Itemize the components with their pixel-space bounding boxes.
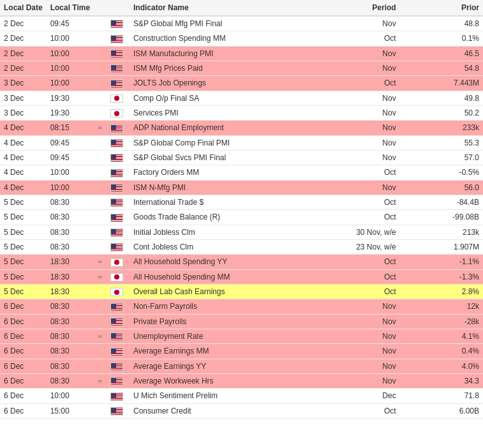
cell-date: 4 Dec <box>0 135 47 150</box>
header-prior: Prior <box>400 0 483 16</box>
table-row: 5 Dec18:30≈All Household Spending MMOct-… <box>0 269 483 284</box>
cell-flag <box>107 105 130 120</box>
cell-period: Oct <box>343 195 400 209</box>
cell-period: 23 Nov, w/e <box>343 239 400 254</box>
cell-time: 08:30 <box>47 373 94 388</box>
flag-jp-icon <box>110 273 123 281</box>
cell-indicator-name: Non-Farm Payrolls <box>130 299 343 314</box>
cell-approx <box>94 91 107 105</box>
table-row: 5 Dec18:30Overall Lab Cash EarningsOct2.… <box>0 284 483 299</box>
cell-date: 2 Dec <box>0 16 47 31</box>
cell-indicator-name: Private Payrolls <box>130 314 343 329</box>
header-period: Period <box>343 0 400 16</box>
table-header: Local Date Local Time Indicator Name Per… <box>0 0 483 16</box>
cell-period: Oct <box>343 31 400 46</box>
cell-indicator-name: Comp O/p Final SA <box>130 91 343 105</box>
cell-time: 15:00 <box>47 403 94 418</box>
cell-indicator-name: International Trade $ <box>130 195 343 209</box>
cell-time: 08:30 <box>47 329 94 343</box>
table-row: 6 Dec10:00U Mich Sentiment PrelimDec71.8 <box>0 389 483 403</box>
cell-date: 6 Dec <box>0 314 47 329</box>
cell-date: 3 Dec <box>0 91 47 105</box>
flag-jp-icon <box>110 288 123 296</box>
cell-approx <box>94 403 107 418</box>
cell-prior: 0.4% <box>400 344 483 359</box>
cell-indicator-name: Consumer Credit <box>130 403 343 418</box>
cell-time: 19:30 <box>47 91 94 105</box>
cell-date: 6 Dec <box>0 344 47 359</box>
cell-prior: 1.907M <box>400 239 483 254</box>
cell-prior: 12k <box>400 299 483 314</box>
cell-date: 2 Dec <box>0 46 47 61</box>
cell-indicator-name: Services PMI <box>130 105 343 120</box>
flag-us-icon <box>110 318 123 326</box>
cell-prior: -99.08B <box>400 210 483 225</box>
cell-flag <box>107 373 130 388</box>
cell-prior: -84.4B <box>400 195 483 209</box>
cell-prior: 213k <box>400 225 483 239</box>
flag-us-icon <box>110 64 123 73</box>
cell-prior: 4.0% <box>400 359 483 373</box>
cell-date: 6 Dec <box>0 373 47 388</box>
cell-time: 10:00 <box>47 31 94 46</box>
cell-flag <box>107 76 130 91</box>
table-row: 3 Dec19:30Comp O/p Final SANov49.8 <box>0 91 483 105</box>
cell-flag <box>107 61 130 75</box>
cell-indicator-name: Average Workweek Hrs <box>130 373 343 388</box>
cell-prior: -1.3% <box>400 269 483 284</box>
cell-indicator-name: Construction Spending MM <box>130 31 343 46</box>
cell-indicator-name: Average Earnings MM <box>130 344 343 359</box>
flag-jp-icon <box>110 258 123 267</box>
cell-approx <box>94 239 107 254</box>
flag-us-icon <box>110 348 123 356</box>
cell-indicator-name: Unemployment Rate <box>130 329 343 343</box>
table-row: 5 Dec08:30International Trade $Oct-84.4B <box>0 195 483 209</box>
table-row: 4 Dec09:45S&P Global Comp Final PMINov55… <box>0 135 483 150</box>
cell-approx <box>94 359 107 373</box>
table-row: 4 Dec10:00Factory Orders MMOct-0.5% <box>0 165 483 180</box>
cell-approx <box>94 61 107 75</box>
cell-date: 6 Dec <box>0 329 47 343</box>
cell-indicator-name: U Mich Sentiment Prelim <box>130 389 343 403</box>
flag-us-icon <box>110 407 123 415</box>
cell-approx <box>94 299 107 314</box>
cell-indicator-name: All Household Spending MM <box>130 269 343 284</box>
cell-time: 18:30 <box>47 269 94 284</box>
cell-date: 5 Dec <box>0 284 47 299</box>
cell-flag <box>107 31 130 46</box>
cell-approx: ≈ <box>94 329 107 343</box>
cell-period: Oct <box>343 284 400 299</box>
cell-period: Nov <box>343 180 400 195</box>
cell-period: Nov <box>343 105 400 120</box>
cell-period: 30 Nov, w/e <box>343 225 400 239</box>
cell-period: Oct <box>343 210 400 225</box>
flag-us-icon <box>110 243 123 251</box>
table-row: 5 Dec08:30Initial Jobless Clm30 Nov, w/e… <box>0 225 483 239</box>
cell-date: 5 Dec <box>0 239 47 254</box>
table-row: 2 Dec10:00ISM Manufacturing PMINov46.5 <box>0 46 483 61</box>
cell-flag <box>107 16 130 31</box>
cell-flag <box>107 329 130 343</box>
cell-prior: 49.8 <box>400 91 483 105</box>
cell-flag <box>107 389 130 403</box>
header-flag <box>107 0 130 16</box>
cell-prior: 4.1% <box>400 329 483 343</box>
cell-approx <box>94 210 107 225</box>
flag-us-icon <box>110 169 123 177</box>
cell-approx <box>94 135 107 150</box>
cell-time: 10:00 <box>47 389 94 403</box>
cell-period: Nov <box>343 373 400 388</box>
cell-date: 5 Dec <box>0 210 47 225</box>
cell-time: 08:30 <box>47 210 94 225</box>
table-row: 6 Dec08:30Average Earnings YYNov4.0% <box>0 359 483 373</box>
cell-prior: -28k <box>400 314 483 329</box>
cell-date: 4 Dec <box>0 150 47 165</box>
cell-prior: 6.00B <box>400 403 483 418</box>
cell-approx <box>94 344 107 359</box>
cell-date: 4 Dec <box>0 165 47 180</box>
cell-indicator-name: Overall Lab Cash Earnings <box>130 284 343 299</box>
cell-approx <box>94 76 107 91</box>
cell-approx <box>94 150 107 165</box>
cell-approx <box>94 225 107 239</box>
cell-time: 08:15 <box>47 121 94 135</box>
